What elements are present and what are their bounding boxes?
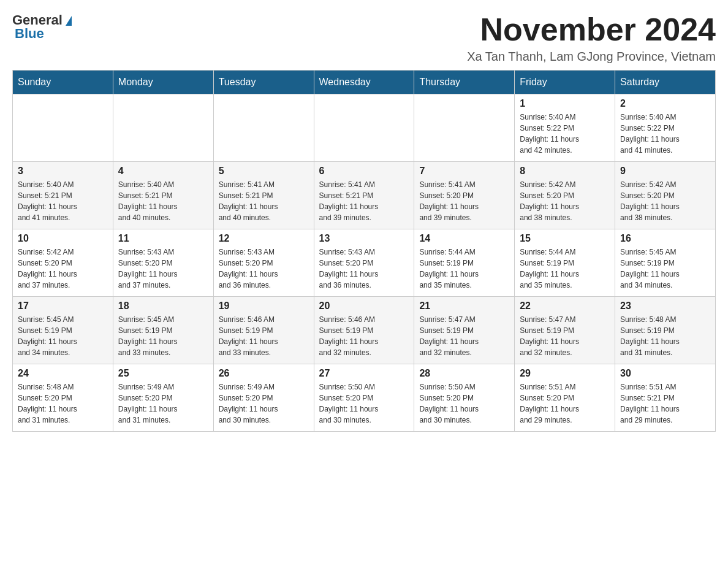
day-info: Sunrise: 5:48 AM Sunset: 5:19 PM Dayligh… bbox=[620, 314, 710, 358]
day-number: 14 bbox=[419, 233, 509, 244]
calendar-cell: 20Sunrise: 5:46 AM Sunset: 5:19 PM Dayli… bbox=[314, 297, 414, 364]
day-number: 27 bbox=[319, 368, 409, 379]
calendar-cell: 17Sunrise: 5:45 AM Sunset: 5:19 PM Dayli… bbox=[13, 297, 113, 364]
day-number: 20 bbox=[319, 301, 409, 312]
day-number: 1 bbox=[520, 98, 610, 109]
calendar-cell: 6Sunrise: 5:41 AM Sunset: 5:21 PM Daylig… bbox=[314, 162, 414, 229]
day-info: Sunrise: 5:45 AM Sunset: 5:19 PM Dayligh… bbox=[118, 314, 208, 358]
calendar-cell: 19Sunrise: 5:46 AM Sunset: 5:19 PM Dayli… bbox=[213, 297, 314, 364]
calendar-cell: 3Sunrise: 5:40 AM Sunset: 5:21 PM Daylig… bbox=[13, 162, 113, 229]
day-info: Sunrise: 5:50 AM Sunset: 5:20 PM Dayligh… bbox=[319, 381, 409, 426]
calendar-header-row: SundayMondayTuesdayWednesdayThursdayFrid… bbox=[13, 71, 716, 94]
day-number: 19 bbox=[219, 301, 309, 312]
calendar-cell: 22Sunrise: 5:47 AM Sunset: 5:19 PM Dayli… bbox=[515, 297, 615, 364]
column-header-wednesday: Wednesday bbox=[314, 71, 414, 94]
column-header-tuesday: Tuesday bbox=[213, 71, 314, 94]
calendar-cell: 26Sunrise: 5:49 AM Sunset: 5:20 PM Dayli… bbox=[213, 364, 314, 432]
day-number: 10 bbox=[18, 233, 108, 244]
day-number: 9 bbox=[620, 166, 710, 177]
day-info: Sunrise: 5:44 AM Sunset: 5:19 PM Dayligh… bbox=[419, 247, 509, 291]
calendar-week-2: 3Sunrise: 5:40 AM Sunset: 5:21 PM Daylig… bbox=[13, 162, 716, 229]
day-info: Sunrise: 5:40 AM Sunset: 5:22 PM Dayligh… bbox=[620, 112, 710, 156]
calendar-week-1: 1Sunrise: 5:40 AM Sunset: 5:22 PM Daylig… bbox=[13, 94, 716, 162]
day-info: Sunrise: 5:40 AM Sunset: 5:21 PM Dayligh… bbox=[118, 179, 208, 223]
day-number: 28 bbox=[419, 368, 509, 379]
calendar-cell: 15Sunrise: 5:44 AM Sunset: 5:19 PM Dayli… bbox=[515, 229, 615, 297]
column-header-thursday: Thursday bbox=[414, 71, 515, 94]
day-number: 3 bbox=[18, 166, 108, 177]
day-number: 11 bbox=[118, 233, 208, 244]
day-info: Sunrise: 5:43 AM Sunset: 5:20 PM Dayligh… bbox=[219, 247, 309, 291]
day-number: 2 bbox=[620, 98, 710, 109]
day-number: 26 bbox=[219, 368, 309, 379]
day-info: Sunrise: 5:46 AM Sunset: 5:19 PM Dayligh… bbox=[319, 314, 409, 358]
day-number: 18 bbox=[118, 301, 208, 312]
day-info: Sunrise: 5:47 AM Sunset: 5:19 PM Dayligh… bbox=[520, 314, 610, 358]
calendar-table: SundayMondayTuesdayWednesdayThursdayFrid… bbox=[12, 70, 716, 432]
calendar-cell: 4Sunrise: 5:40 AM Sunset: 5:21 PM Daylig… bbox=[113, 162, 213, 229]
day-info: Sunrise: 5:41 AM Sunset: 5:21 PM Dayligh… bbox=[319, 179, 409, 223]
day-info: Sunrise: 5:45 AM Sunset: 5:19 PM Dayligh… bbox=[620, 247, 710, 291]
column-header-saturday: Saturday bbox=[615, 71, 716, 94]
day-info: Sunrise: 5:41 AM Sunset: 5:21 PM Dayligh… bbox=[219, 179, 309, 223]
calendar-cell: 9Sunrise: 5:42 AM Sunset: 5:20 PM Daylig… bbox=[615, 162, 716, 229]
calendar-cell: 12Sunrise: 5:43 AM Sunset: 5:20 PM Dayli… bbox=[213, 229, 314, 297]
day-info: Sunrise: 5:49 AM Sunset: 5:20 PM Dayligh… bbox=[118, 381, 208, 426]
day-number: 24 bbox=[18, 368, 108, 379]
day-info: Sunrise: 5:49 AM Sunset: 5:20 PM Dayligh… bbox=[219, 381, 309, 426]
calendar-cell: 25Sunrise: 5:49 AM Sunset: 5:20 PM Dayli… bbox=[113, 364, 213, 432]
day-info: Sunrise: 5:47 AM Sunset: 5:19 PM Dayligh… bbox=[419, 314, 509, 358]
day-info: Sunrise: 5:43 AM Sunset: 5:20 PM Dayligh… bbox=[319, 247, 409, 291]
day-info: Sunrise: 5:45 AM Sunset: 5:19 PM Dayligh… bbox=[18, 314, 108, 358]
day-info: Sunrise: 5:42 AM Sunset: 5:20 PM Dayligh… bbox=[520, 179, 610, 223]
calendar-cell: 11Sunrise: 5:43 AM Sunset: 5:20 PM Dayli… bbox=[113, 229, 213, 297]
day-info: Sunrise: 5:42 AM Sunset: 5:20 PM Dayligh… bbox=[620, 179, 710, 223]
column-header-friday: Friday bbox=[515, 71, 615, 94]
day-number: 7 bbox=[419, 166, 509, 177]
day-info: Sunrise: 5:42 AM Sunset: 5:20 PM Dayligh… bbox=[18, 247, 108, 291]
month-title: November 2024 bbox=[467, 12, 716, 47]
calendar-cell: 29Sunrise: 5:51 AM Sunset: 5:20 PM Dayli… bbox=[515, 364, 615, 432]
calendar-cell: 14Sunrise: 5:44 AM Sunset: 5:19 PM Dayli… bbox=[414, 229, 515, 297]
calendar-cell: 2Sunrise: 5:40 AM Sunset: 5:22 PM Daylig… bbox=[615, 94, 716, 162]
day-info: Sunrise: 5:44 AM Sunset: 5:19 PM Dayligh… bbox=[520, 247, 610, 291]
calendar-cell: 24Sunrise: 5:48 AM Sunset: 5:20 PM Dayli… bbox=[13, 364, 113, 432]
day-info: Sunrise: 5:46 AM Sunset: 5:19 PM Dayligh… bbox=[219, 314, 309, 358]
day-number: 4 bbox=[118, 166, 208, 177]
day-number: 22 bbox=[520, 301, 610, 312]
day-number: 16 bbox=[620, 233, 710, 244]
calendar-cell bbox=[213, 94, 314, 162]
calendar-cell bbox=[314, 94, 414, 162]
day-number: 21 bbox=[419, 301, 509, 312]
calendar-cell: 23Sunrise: 5:48 AM Sunset: 5:19 PM Dayli… bbox=[615, 297, 716, 364]
calendar-week-4: 17Sunrise: 5:45 AM Sunset: 5:19 PM Dayli… bbox=[13, 297, 716, 364]
logo: General Blue bbox=[12, 12, 72, 42]
calendar-cell: 18Sunrise: 5:45 AM Sunset: 5:19 PM Dayli… bbox=[113, 297, 213, 364]
day-number: 25 bbox=[118, 368, 208, 379]
day-number: 23 bbox=[620, 301, 710, 312]
column-header-monday: Monday bbox=[113, 71, 213, 94]
calendar-cell bbox=[13, 94, 113, 162]
day-number: 15 bbox=[520, 233, 610, 244]
calendar-cell bbox=[414, 94, 515, 162]
day-number: 5 bbox=[219, 166, 309, 177]
calendar-cell: 27Sunrise: 5:50 AM Sunset: 5:20 PM Dayli… bbox=[314, 364, 414, 432]
day-info: Sunrise: 5:48 AM Sunset: 5:20 PM Dayligh… bbox=[18, 381, 108, 426]
column-header-sunday: Sunday bbox=[13, 71, 113, 94]
day-info: Sunrise: 5:50 AM Sunset: 5:20 PM Dayligh… bbox=[419, 381, 509, 426]
calendar-cell: 10Sunrise: 5:42 AM Sunset: 5:20 PM Dayli… bbox=[13, 229, 113, 297]
day-info: Sunrise: 5:40 AM Sunset: 5:21 PM Dayligh… bbox=[18, 179, 108, 223]
day-number: 30 bbox=[620, 368, 710, 379]
day-number: 8 bbox=[520, 166, 610, 177]
day-info: Sunrise: 5:51 AM Sunset: 5:20 PM Dayligh… bbox=[520, 381, 610, 426]
calendar-cell: 30Sunrise: 5:51 AM Sunset: 5:21 PM Dayli… bbox=[615, 364, 716, 432]
calendar-cell: 21Sunrise: 5:47 AM Sunset: 5:19 PM Dayli… bbox=[414, 297, 515, 364]
calendar-cell: 13Sunrise: 5:43 AM Sunset: 5:20 PM Dayli… bbox=[314, 229, 414, 297]
title-section: November 2024 Xa Tan Thanh, Lam GJong Pr… bbox=[467, 12, 716, 64]
logo-text-blue: Blue bbox=[15, 26, 44, 42]
calendar-week-3: 10Sunrise: 5:42 AM Sunset: 5:20 PM Dayli… bbox=[13, 229, 716, 297]
calendar-week-5: 24Sunrise: 5:48 AM Sunset: 5:20 PM Dayli… bbox=[13, 364, 716, 432]
day-info: Sunrise: 5:43 AM Sunset: 5:20 PM Dayligh… bbox=[118, 247, 208, 291]
calendar-cell bbox=[113, 94, 213, 162]
day-info: Sunrise: 5:41 AM Sunset: 5:20 PM Dayligh… bbox=[419, 179, 509, 223]
